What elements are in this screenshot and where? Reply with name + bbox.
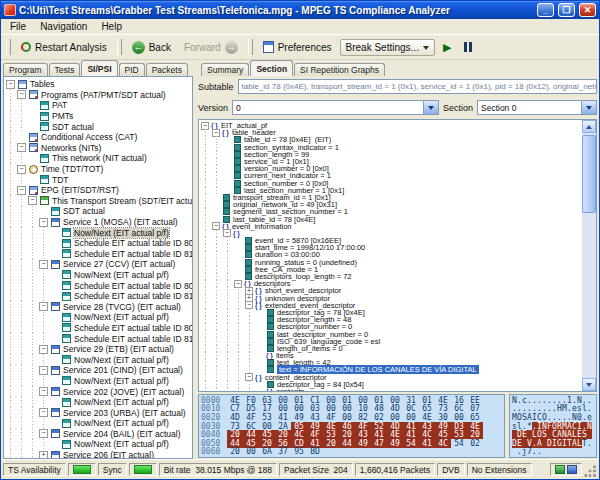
menu-file[interactable]: File bbox=[3, 21, 33, 32]
menu-help[interactable]: Help bbox=[94, 21, 129, 32]
tree-item[interactable]: Now/Next (EIT actual p/f) bbox=[6, 397, 192, 408]
tree-item[interactable]: −Service 201 (CIND) (EIT actual) bbox=[6, 365, 192, 376]
tree-item[interactable]: −Service 203 (URBA) (EIT actual) bbox=[6, 407, 192, 418]
tab-program[interactable]: Program bbox=[3, 63, 48, 76]
resize-grip[interactable] bbox=[584, 465, 597, 478]
detail-item[interactable]: ISO_639_language_code = esl bbox=[201, 338, 582, 345]
detail-item[interactable]: length_of_items = 0 bbox=[201, 345, 582, 352]
minimize-button[interactable]: _ bbox=[537, 3, 554, 17]
collapse-icon[interactable]: − bbox=[39, 408, 48, 417]
play-button[interactable]: ▶ bbox=[438, 40, 456, 55]
version-dropdown-icon[interactable] bbox=[423, 101, 438, 114]
detail-item[interactable]: last_descriptor_number = 0 bbox=[201, 330, 582, 337]
toolbar-grip[interactable] bbox=[6, 39, 11, 55]
section-dropdown-icon[interactable] bbox=[581, 101, 596, 114]
tree-item[interactable]: −This Transport Stream (SDT/EIT actual) bbox=[6, 196, 192, 207]
tree-item[interactable]: PMTs bbox=[6, 111, 192, 122]
scroll-up-button[interactable] bbox=[582, 120, 596, 133]
tree-item[interactable]: TDT bbox=[6, 174, 192, 185]
tree-item[interactable]: Schedule EIT actual table ID 80 (0x50) bbox=[6, 323, 192, 334]
scroll-thumb[interactable] bbox=[582, 135, 596, 213]
hex-byte[interactable]: 6A bbox=[259, 447, 275, 456]
tree-item[interactable]: −Time (TDT/TOT) bbox=[6, 164, 192, 175]
tree-item[interactable]: Schedule EIT actual table ID 81 (0x51) bbox=[6, 249, 192, 260]
tree-item[interactable]: Schedule EIT actual table ID 80 (0x50) bbox=[6, 238, 192, 249]
break-settings-button[interactable]: Break Settings... bbox=[340, 39, 435, 56]
detail-item[interactable]: −{ }event_information bbox=[201, 223, 582, 230]
tree-item[interactable]: SDT actual bbox=[6, 121, 192, 132]
back-button[interactable]: ← Back bbox=[127, 39, 176, 56]
tree-item[interactable]: Conditional Access (CAT) bbox=[6, 132, 192, 143]
collapse-icon[interactable]: − bbox=[39, 387, 48, 396]
tree-item[interactable]: −Networks (NITs) bbox=[6, 143, 192, 154]
detail-item[interactable]: descriptor_tag = 78 [0x4E] bbox=[201, 309, 582, 316]
hex-byte[interactable]: 02 bbox=[467, 439, 483, 448]
tree-item[interactable]: −Service 202 (JOVE) (EIT actual) bbox=[6, 386, 192, 397]
title-bar[interactable]: C:\Uti\Test Streams\Grabber Test Streams… bbox=[1, 1, 599, 19]
hex-byte[interactable]: 41 bbox=[419, 439, 435, 448]
close-button[interactable]: ✕ bbox=[579, 3, 596, 17]
tab-si-psi[interactable]: SI/PSI bbox=[81, 60, 117, 76]
tree-item[interactable]: −EPG (EIT/SDT/RST) bbox=[6, 185, 192, 196]
collapse-icon[interactable]: − bbox=[6, 80, 15, 89]
maximize-button[interactable]: ❐ bbox=[558, 3, 575, 17]
detail-item[interactable]: +{ }unknown descriptor bbox=[201, 295, 582, 302]
hex-byte[interactable]: 54 bbox=[403, 439, 419, 448]
detail-item[interactable]: { }contents bbox=[201, 388, 582, 391]
collapse-icon[interactable]: − bbox=[39, 429, 48, 438]
pause-button[interactable] bbox=[459, 40, 477, 54]
subtable-field[interactable]: table_id 78 (0x4E), transport_stream_id … bbox=[238, 79, 597, 94]
version-combo[interactable]: 0 bbox=[232, 100, 439, 115]
tree-item[interactable]: Now/Next (EIT actual p/f) bbox=[6, 439, 192, 450]
tree-item[interactable]: −Service 1 (MOSA) (EIT actual) bbox=[6, 217, 192, 228]
hex-byte[interactable]: 4C bbox=[435, 439, 451, 448]
tree-item[interactable]: −Programs (PAT/PMT/SDT actual) bbox=[6, 90, 192, 101]
hex-byte[interactable]: 20 bbox=[323, 439, 339, 448]
hex-byte[interactable]: 49 bbox=[355, 439, 371, 448]
menu-navigation[interactable]: Navigation bbox=[33, 21, 94, 32]
detail-item[interactable]: −{ }content_descriptor bbox=[201, 374, 582, 381]
hex-byte[interactable]: BD bbox=[307, 447, 323, 456]
tree-item[interactable]: Schedule EIT actual table ID 81 (0x51) bbox=[6, 291, 192, 302]
tab-summary[interactable]: Summary bbox=[201, 63, 249, 76]
hex-byte[interactable]: 95 bbox=[291, 447, 307, 456]
collapse-icon[interactable]: − bbox=[39, 218, 48, 227]
tree-item[interactable]: Now/Next (EIT actual p/f) bbox=[6, 270, 192, 281]
tab-section[interactable]: Section bbox=[250, 60, 293, 76]
vertical-scrollbar[interactable] bbox=[582, 120, 596, 391]
tree-item[interactable]: +Service 206 (EIT actual) bbox=[6, 450, 192, 459]
collapse-icon[interactable]: − bbox=[39, 260, 48, 269]
tree-item[interactable]: Schedule EIT actual table ID 80 (0x50) bbox=[6, 280, 192, 291]
expand-icon[interactable]: + bbox=[39, 451, 48, 459]
tab-tests[interactable]: Tests bbox=[49, 63, 81, 76]
collapse-icon[interactable]: − bbox=[17, 90, 26, 99]
hex-byte[interactable]: 37 bbox=[275, 447, 291, 456]
tree-item[interactable]: Now/Next (EIT actual p/f) bbox=[6, 227, 192, 238]
tree-item[interactable]: −Service 27 (CCV) (EIT actual) bbox=[6, 259, 192, 270]
tree-item[interactable]: Now/Next (EIT actual p/f) bbox=[6, 418, 192, 429]
tree-item[interactable]: SDT actual bbox=[6, 206, 192, 217]
detail-item[interactable]: text = INFORMACIÓN DE LOS CANALES DE VÍA… bbox=[201, 366, 582, 373]
forward-button[interactable]: Forward → bbox=[179, 39, 243, 56]
tree-item[interactable]: Now/Next (EIT actual p/f) bbox=[6, 312, 192, 323]
detail-item[interactable]: descriptor_tag = 84 [0x54] bbox=[201, 381, 582, 388]
tab-packets[interactable]: Packets bbox=[146, 63, 188, 76]
tab-si-repetition-graphs[interactable]: SI Repetition Graphs bbox=[294, 63, 385, 76]
section-combo[interactable]: Section 0 bbox=[477, 100, 597, 115]
hex-byte[interactable]: 44 bbox=[339, 439, 355, 448]
scroll-down-button[interactable] bbox=[582, 378, 596, 391]
detail-item[interactable]: −{ }extended_event_descriptor bbox=[201, 302, 582, 309]
hex-byte[interactable]: 49 bbox=[387, 439, 403, 448]
collapse-icon[interactable]: − bbox=[39, 366, 48, 375]
tree-item[interactable]: −Tables bbox=[6, 79, 192, 90]
tree-item[interactable]: Now/Next (EIT actual p/f) bbox=[6, 354, 192, 365]
collapse-icon[interactable]: − bbox=[39, 302, 48, 311]
collapse-icon[interactable]: − bbox=[17, 165, 26, 174]
tree-item[interactable]: PAT bbox=[6, 100, 192, 111]
detail-item[interactable]: −{ }descriptors bbox=[201, 280, 582, 287]
scroll-track[interactable] bbox=[582, 133, 596, 378]
detail-item[interactable]: { }items bbox=[201, 352, 582, 359]
tab-pid[interactable]: PID bbox=[119, 63, 145, 76]
detail-item[interactable]: descriptor_number = 0 bbox=[201, 323, 582, 330]
tree-item[interactable]: −Service 28 (TVCG) (EIT actual) bbox=[6, 301, 192, 312]
